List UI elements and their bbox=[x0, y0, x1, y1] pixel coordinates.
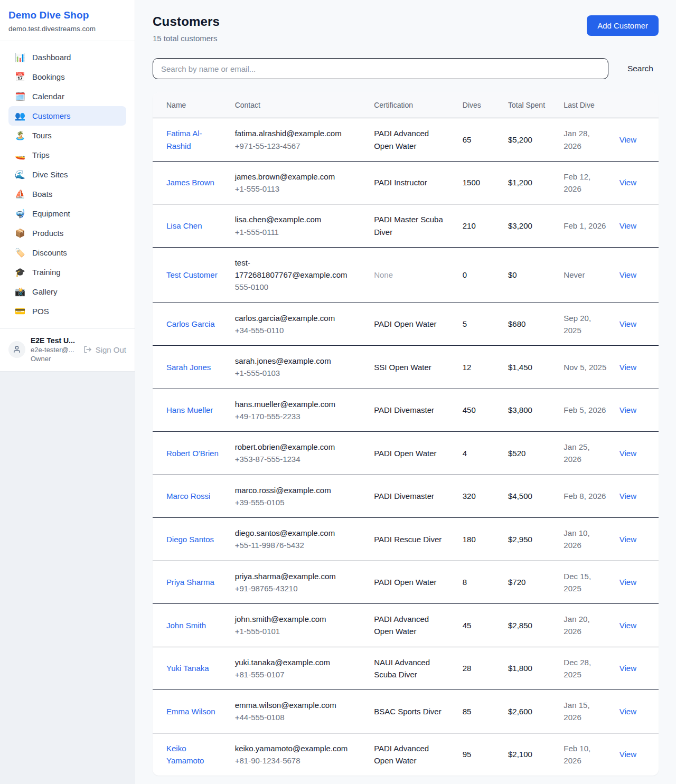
customer-email: yuki.tanaka@example.com bbox=[235, 656, 361, 668]
contact-cell: yuki.tanaka@example.com+81-555-0107 bbox=[229, 647, 368, 690]
customer-name-link[interactable]: James Brown bbox=[166, 178, 214, 187]
customer-email: marco.rossi@example.com bbox=[235, 484, 361, 496]
dives-count: 65 bbox=[463, 134, 495, 146]
certification: PADI Advanced Open Water bbox=[374, 127, 450, 152]
view-link[interactable]: View bbox=[619, 270, 636, 279]
sign-out-button[interactable]: Sign Out bbox=[83, 345, 126, 354]
sidebar-item-pos[interactable]: 💳POS bbox=[8, 301, 126, 321]
sidebar-item-dashboard[interactable]: 📊Dashboard bbox=[8, 48, 126, 67]
customer-phone: +49-170-555-2233 bbox=[235, 410, 361, 422]
sidebar-item-dive-sites[interactable]: 🌊Dive Sites bbox=[8, 165, 126, 184]
add-customer-button[interactable]: Add Customer bbox=[587, 15, 659, 36]
customer-name-link[interactable]: Test Customer bbox=[166, 270, 218, 279]
certification: PADI Divemaster bbox=[374, 404, 450, 416]
view-link[interactable]: View bbox=[619, 707, 636, 716]
sidebar-item-equipment[interactable]: 🤿Equipment bbox=[8, 204, 126, 223]
sidebar-item-customers[interactable]: 👥Customers bbox=[8, 106, 126, 126]
view-link[interactable]: View bbox=[619, 578, 636, 587]
certification: SSI Open Water bbox=[374, 361, 450, 373]
certification: PADI Master Scuba Diver bbox=[374, 213, 450, 238]
contact-cell: robert.obrien@example.com+353-87-555-123… bbox=[229, 432, 368, 475]
view-link[interactable]: View bbox=[619, 221, 636, 230]
shop-name: Demo Dive Shop bbox=[8, 10, 126, 21]
certification: NAUI Advanced Scuba Diver bbox=[374, 656, 450, 681]
view-link[interactable]: View bbox=[619, 535, 636, 544]
sidebar-item-label: Dive Sites bbox=[32, 170, 68, 179]
table-row: Sarah Jonessarah.jones@example.com+1-555… bbox=[153, 346, 659, 389]
view-link[interactable]: View bbox=[619, 492, 636, 500]
view-link[interactable]: View bbox=[619, 405, 636, 414]
sidebar-item-trips[interactable]: 🚤Trips bbox=[8, 145, 126, 165]
user-icon bbox=[13, 345, 21, 354]
contact-cell: james.brown@example.com+1-555-0113 bbox=[229, 161, 368, 204]
customer-name-link[interactable]: Emma Wilson bbox=[166, 707, 215, 716]
customer-name-link[interactable]: Priya Sharma bbox=[166, 578, 214, 587]
last-dive-date: Jan 20, 2026 bbox=[564, 613, 606, 638]
customer-name-link[interactable]: Marco Rossi bbox=[166, 492, 210, 500]
view-link[interactable]: View bbox=[619, 319, 636, 328]
table-row: Carlos Garciacarlos.garcia@example.com+3… bbox=[153, 303, 659, 346]
contact-cell: marco.rossi@example.com+39-555-0105 bbox=[229, 475, 368, 518]
dives-count: 1500 bbox=[463, 176, 495, 188]
sidebar-item-label: Calendar bbox=[32, 92, 64, 101]
total-spent: $3,800 bbox=[508, 404, 551, 416]
contact-cell: diego.santos@example.com+55-11-99876-543… bbox=[229, 518, 368, 561]
sidebar-item-discounts[interactable]: 🏷️Discounts bbox=[8, 243, 126, 262]
dives-count: 180 bbox=[463, 533, 495, 545]
sidebar-header: Demo Dive Shop demo.test.divestreams.com bbox=[0, 0, 135, 41]
customer-name-link[interactable]: Lisa Chen bbox=[166, 221, 202, 230]
last-dive-date: Jan 28, 2026 bbox=[564, 127, 606, 152]
customer-email: john.smith@example.com bbox=[235, 613, 361, 625]
customer-name-link[interactable]: Diego Santos bbox=[166, 535, 214, 544]
sidebar-item-bookings[interactable]: 📅Bookings bbox=[8, 67, 126, 87]
search-button[interactable]: Search bbox=[622, 64, 659, 73]
certification: PADI Open Water bbox=[374, 318, 450, 330]
table-body: Fatima Al-Rashidfatima.alrashid@example.… bbox=[153, 118, 659, 776]
customer-name-link[interactable]: Carlos Garcia bbox=[166, 319, 215, 328]
customer-name-link[interactable]: Robert O'Brien bbox=[166, 449, 219, 458]
view-link[interactable]: View bbox=[619, 664, 636, 673]
last-dive-date: Dec 15, 2025 bbox=[564, 570, 606, 595]
user-role: Owner bbox=[31, 355, 75, 363]
view-link[interactable]: View bbox=[619, 750, 636, 759]
sidebar-item-training[interactable]: 🎓Training bbox=[8, 262, 126, 282]
customer-email: keiko.yamamoto@example.com bbox=[235, 742, 361, 754]
view-link[interactable]: View bbox=[619, 449, 636, 458]
view-link[interactable]: View bbox=[619, 135, 636, 144]
contact-cell: carlos.garcia@example.com+34-555-0110 bbox=[229, 303, 368, 346]
table-row: Robert O'Brienrobert.obrien@example.com+… bbox=[153, 432, 659, 475]
view-link[interactable]: View bbox=[619, 363, 636, 372]
customer-email: hans.mueller@example.com bbox=[235, 398, 361, 410]
customer-name-link[interactable]: Keiko Yamamoto bbox=[166, 744, 204, 765]
table-row: Yuki Tanakayuki.tanaka@example.com+81-55… bbox=[153, 647, 659, 690]
credit-card-icon: 💳 bbox=[15, 307, 25, 316]
search-input[interactable] bbox=[153, 58, 608, 79]
customer-name-link[interactable]: Fatima Al-Rashid bbox=[166, 129, 202, 150]
sidebar: Demo Dive Shop demo.test.divestreams.com… bbox=[0, 0, 135, 372]
sidebar-item-calendar[interactable]: 🗓️Calendar bbox=[8, 87, 126, 106]
customer-name-link[interactable]: Sarah Jones bbox=[166, 363, 211, 372]
graduation-cap-icon: 🎓 bbox=[15, 268, 25, 277]
customer-email: robert.obrien@example.com bbox=[235, 441, 361, 453]
customers-table-card: NameContactCertificationDivesTotal Spent… bbox=[153, 92, 659, 776]
customer-name-link[interactable]: Yuki Tanaka bbox=[166, 664, 209, 673]
customer-name-link[interactable]: John Smith bbox=[166, 621, 206, 630]
last-dive-date: Feb 8, 2026 bbox=[564, 490, 606, 502]
search-row: Search bbox=[153, 58, 659, 79]
wave-icon: 🌊 bbox=[15, 171, 25, 179]
customer-name-link[interactable]: Hans Mueller bbox=[166, 405, 213, 414]
sidebar-item-boats[interactable]: ⛵Boats bbox=[8, 184, 126, 204]
contact-cell: emma.wilson@example.com+44-555-0108 bbox=[229, 690, 368, 733]
island-icon: 🏝️ bbox=[15, 131, 25, 140]
total-spent: $720 bbox=[508, 576, 551, 588]
sidebar-item-gallery[interactable]: 📸Gallery bbox=[8, 282, 126, 301]
certification: PADI Open Water bbox=[374, 576, 450, 588]
total-spent: $5,200 bbox=[508, 134, 551, 146]
last-dive-date: Feb 10, 2026 bbox=[564, 742, 606, 767]
total-spent: $1,450 bbox=[508, 361, 551, 373]
table-row: Keiko Yamamotokeiko.yamamoto@example.com… bbox=[153, 733, 659, 776]
view-link[interactable]: View bbox=[619, 621, 636, 630]
view-link[interactable]: View bbox=[619, 178, 636, 187]
sidebar-item-tours[interactable]: 🏝️Tours bbox=[8, 126, 126, 145]
sidebar-item-products[interactable]: 📦Products bbox=[8, 223, 126, 243]
